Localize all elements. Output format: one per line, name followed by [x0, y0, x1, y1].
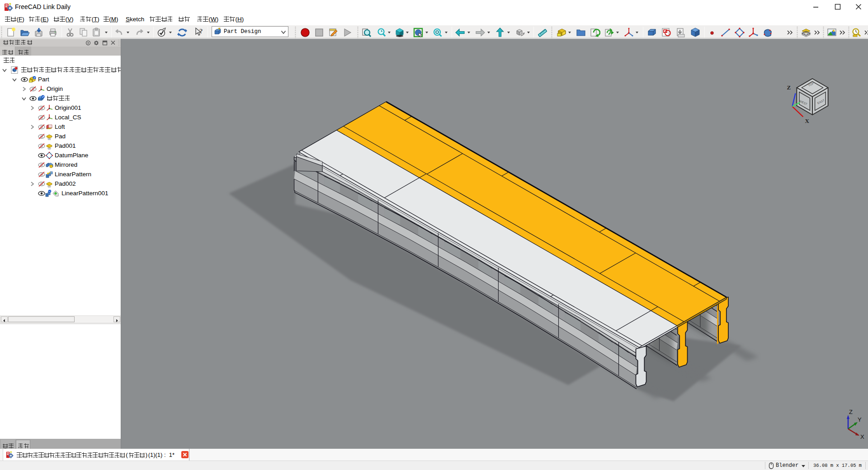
svg-text:?: ? — [199, 28, 203, 35]
svg-text:X: X — [805, 118, 810, 124]
svg-text:Y: Y — [858, 416, 862, 423]
svg-text:Z: Z — [849, 409, 853, 415]
svg-text:X: X — [860, 433, 864, 440]
svg-text:Z: Z — [787, 84, 791, 91]
